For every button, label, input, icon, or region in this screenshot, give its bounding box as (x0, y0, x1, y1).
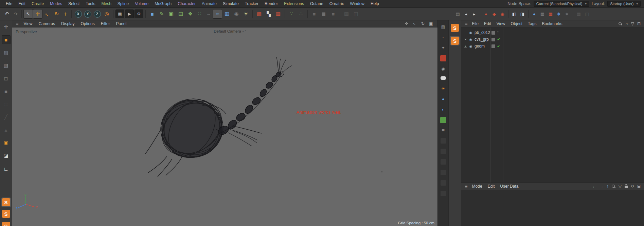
viewport-menu-panel[interactable]: Panel (113, 21, 129, 26)
world-button[interactable]: ● (440, 96, 446, 102)
home-icon[interactable]: ⌂ (625, 21, 628, 26)
camera-view-button[interactable]: ◉ (440, 66, 446, 72)
undo-button[interactable]: ↶ (2, 9, 12, 19)
om-menu-tags[interactable]: Tags (525, 20, 539, 27)
filter-funnel-icon[interactable]: ▽ (619, 184, 622, 189)
enabled-check-icon[interactable]: ✓ (497, 44, 500, 48)
y-axis-lock-button[interactable]: Y (83, 9, 92, 19)
menu-item-render[interactable]: Render (262, 0, 281, 7)
filter-funnel-icon[interactable]: ▽ (631, 21, 634, 26)
dot-button[interactable]: · (440, 34, 446, 40)
menu-item-spline[interactable]: Spline (114, 0, 132, 7)
z-axis-lock-button[interactable]: Z (92, 9, 102, 19)
render-tag-button[interactable] (440, 55, 446, 61)
add-panel-icon[interactable]: ⊞ (637, 184, 641, 189)
menu-icon[interactable]: ≡ (14, 21, 20, 26)
om-menu-view[interactable]: View (494, 20, 508, 27)
object-row-cvs-grp[interactable]: + ◉ cvs_grp ✓ (461, 36, 644, 43)
menu-icon[interactable]: ≡ (463, 21, 469, 26)
gizmo-tool[interactable]: ✛ (2, 22, 11, 31)
add-panel-icon[interactable]: ⊞ (637, 21, 641, 26)
menu-icon[interactable]: ≡ (463, 184, 469, 189)
object-row-pb-c012[interactable]: ◉ pb_c012 ∷ (461, 29, 644, 36)
scale-tool[interactable]: ↔ (42, 9, 52, 19)
points-mode-button[interactable]: ∷ (2, 100, 11, 109)
x-axis-lock-button[interactable]: X (73, 9, 83, 19)
menu-item-edit[interactable]: Edit (15, 0, 29, 7)
om-menu-bookmarks[interactable]: Bookmarks (539, 20, 565, 27)
om-menu-file[interactable]: File (469, 20, 481, 27)
timeline-film-button[interactable]: ▤ (454, 10, 462, 18)
am-menu-mode[interactable]: Mode (469, 183, 485, 190)
substance-badge-selected[interactable]: S (1, 197, 11, 207)
vertex-paint-button[interactable]: ∴ (296, 9, 306, 19)
checkerboard-button[interactable]: ▚ (264, 9, 273, 19)
viewport-menu-options[interactable]: Options (78, 21, 97, 26)
coordinate-system-button[interactable]: ◎ (102, 9, 111, 19)
list-view-button-2[interactable]: ≣ (319, 9, 328, 19)
search-icon[interactable] (612, 185, 615, 188)
list-view-button-3[interactable]: ≡ (328, 9, 338, 19)
animation-mode-button[interactable]: ■ (2, 87, 11, 96)
record-button[interactable]: ● (482, 10, 490, 18)
history-back-icon[interactable]: ← (592, 184, 596, 189)
hair-object[interactable] (12, 27, 437, 226)
menu-item-create[interactable]: Create (29, 0, 47, 7)
viewport-solo-button[interactable]: ◪ (2, 151, 11, 160)
edges-mode-button[interactable]: ╱ (2, 113, 11, 121)
live-selection-tool[interactable]: ↖ (23, 9, 33, 19)
hair-tool[interactable]: ≈ (213, 9, 222, 19)
polygons-mode-button[interactable]: ▲ (2, 126, 11, 134)
keyframe-button[interactable]: ◆ (490, 10, 498, 18)
refresh-icon[interactable]: ↺ (631, 184, 634, 189)
list-view-button-1[interactable]: ≡ (309, 9, 319, 19)
lock-icon[interactable] (625, 186, 628, 188)
menu-item-help[interactable]: Help (368, 0, 382, 7)
asset-button[interactable]: ❖ (555, 10, 563, 18)
split-view-button-1[interactable]: ◧ (510, 10, 518, 18)
render-view-button[interactable]: ▦ (115, 9, 125, 19)
maximize-view-button[interactable]: ▣ (428, 21, 434, 27)
zoom-view-button[interactable]: ↔ (412, 21, 418, 27)
add-cube-button[interactable]: ■ (147, 9, 157, 19)
settings-button[interactable]: ✦ (440, 45, 446, 51)
light-setup-button[interactable]: ☀ (440, 86, 446, 92)
expand-icon[interactable]: + (464, 45, 467, 48)
spacing-tool[interactable]: ⇔ (204, 10, 213, 18)
menu-item-extensions[interactable]: Extensions (281, 0, 307, 7)
substance-badge[interactable]: S (2, 210, 10, 218)
viewport-menu-view[interactable]: View (21, 21, 35, 26)
layers-list-button[interactable]: ≣ (440, 128, 446, 134)
om-menu-edit[interactable]: Edit (481, 20, 494, 27)
model-mode-button[interactable]: ■ (2, 35, 11, 44)
node-editor-button[interactable]: ▦ (538, 10, 547, 18)
add-plane-button[interactable]: ▦ (222, 9, 232, 19)
menu-item-tools[interactable]: Tools (83, 0, 98, 7)
render-settings-button[interactable]: ⚙ (134, 9, 144, 19)
redo-button[interactable]: ↷ (12, 10, 20, 18)
viewport-menu-filter[interactable]: Filter (98, 21, 113, 26)
rotate-tool[interactable]: ↻ (52, 9, 61, 19)
history-forward-icon[interactable]: → (600, 184, 604, 189)
node-space-select[interactable]: Current (Standard/Physical) ▾ (534, 1, 589, 7)
material-button[interactable]: ▩ (254, 9, 264, 19)
add-camera-button[interactable]: ◉ (232, 9, 241, 19)
object-tree[interactable]: ◉ pb_c012 ∷ + ◉ cvs_grp ✓ (461, 27, 644, 183)
move-tool[interactable]: ✛ (33, 9, 42, 19)
last-tool-button[interactable]: ✛ (61, 10, 70, 18)
menu-item-modes[interactable]: Modes (47, 0, 65, 7)
next-frame-button[interactable]: ▸ (470, 10, 478, 18)
search-icon[interactable] (619, 22, 622, 26)
viewport-3d[interactable]: Perspective Default Camera ▪ ° (12, 27, 437, 226)
vertex-map-button[interactable]: ∵ (287, 9, 296, 19)
om-menu-object[interactable]: Object (508, 20, 525, 27)
menu-item-window[interactable]: Window (347, 0, 368, 7)
substance-asset-badge[interactable]: S (451, 24, 459, 32)
layer-toggle[interactable] (491, 38, 495, 41)
expand-icon[interactable]: + (464, 38, 467, 41)
previous-frame-button[interactable]: ◂ (462, 10, 470, 18)
object-row-geom[interactable]: + ◉ geom ✓ (461, 43, 644, 50)
enable-axis-button[interactable]: ▣ (2, 138, 11, 147)
object-mode-button[interactable]: □ (2, 74, 11, 83)
visibility-dots-icon[interactable]: ∷ (497, 31, 499, 34)
